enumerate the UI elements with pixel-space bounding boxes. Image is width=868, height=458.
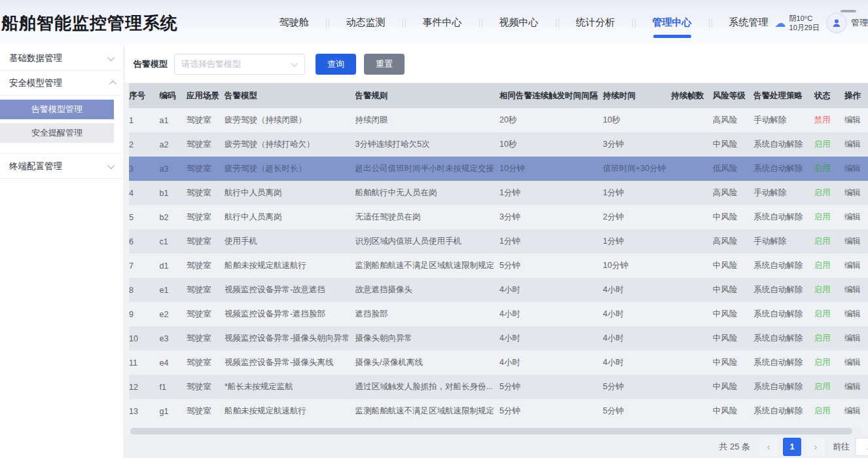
nav-item-cockpit[interactable]: 驾驶舱 xyxy=(280,16,309,30)
sidebar-group-security-model-management[interactable]: 安全模型管理 xyxy=(0,71,124,96)
edit-link[interactable]: 编辑 xyxy=(844,309,861,318)
horizontal-scrollbar-thumb[interactable] xyxy=(130,428,852,434)
cell-interval: 4小时 xyxy=(499,326,603,351)
cell-action: 编辑 xyxy=(844,205,868,229)
edit-link[interactable]: 编辑 xyxy=(844,188,861,197)
edit-link[interactable]: 编辑 xyxy=(844,334,861,343)
goto-page-input[interactable] xyxy=(855,438,868,456)
edit-link[interactable]: 编辑 xyxy=(844,115,861,124)
nav-item-statistics[interactable]: 统计分析 xyxy=(576,16,615,30)
cell-action: 编辑 xyxy=(844,229,868,254)
column-header: 序号 xyxy=(129,83,159,108)
cell-frames xyxy=(671,254,712,278)
nav-item-dynamic-monitoring[interactable]: 动态监测 xyxy=(346,16,386,30)
table-row[interactable]: 13g1驾驶室船舶未按规定航速航行监测船舶航速不满足区域航速限制规定5分钟5分钟… xyxy=(129,399,868,423)
cell-model: 视频监控设备异常-遮挡脸部 xyxy=(225,302,355,326)
user-avatar[interactable] xyxy=(826,12,847,33)
table-row[interactable]: 12f1驾驶室*船长未按规定监航通过区域触发人脸抓拍，对船长身份...5分钟5分… xyxy=(129,375,868,399)
search-button[interactable]: 查询 xyxy=(316,54,356,75)
cell-interval: 4小时 xyxy=(499,351,603,375)
cell-no: 2 xyxy=(129,132,159,157)
prev-page-button[interactable]: ‹ xyxy=(759,438,778,456)
table-row[interactable]: 6c1驾驶室使用手机识别区域内值班人员使用手机1分钟1分钟高风险手动解除启用编辑 xyxy=(129,229,868,254)
weather-widget: ☁ 阴10°C 10月29日 xyxy=(775,14,820,33)
cell-scene: 驾驶室 xyxy=(187,351,225,375)
edit-link[interactable]: 编辑 xyxy=(844,382,861,391)
table-row[interactable]: 1a1驾驶室疲劳驾驶（持续闭眼）持续闭眼20秒10秒高风险手动解除禁用编辑 xyxy=(129,108,868,132)
status-badge: 启用 xyxy=(814,399,844,423)
cell-model: 视频监控设备异常-故意遮挡 xyxy=(225,278,355,302)
cell-interval: 5分钟 xyxy=(499,399,603,423)
alarm-model-select[interactable]: 请选择告警模型 xyxy=(174,54,305,75)
table-row[interactable]: 2a2驾驶室疲劳驾驶（持续打哈欠）3分钟连续打哈欠5次10秒3分钟中风险系统自动… xyxy=(129,132,868,157)
table-row[interactable]: 9e2驾驶室视频监控设备异常-遮挡脸部遮挡脸部4小时4小时中风险系统自动解除启用… xyxy=(129,302,868,326)
alarm-model-select-placeholder: 请选择告警模型 xyxy=(181,58,241,70)
cell-frames xyxy=(671,108,712,132)
edit-link[interactable]: 编辑 xyxy=(844,285,861,294)
cell-strategy: 系统自动解除 xyxy=(753,326,814,351)
cell-risk: 中风险 xyxy=(713,399,754,423)
user-name[interactable]: 管理 xyxy=(851,17,868,29)
sidebar-item-safety-reminder-management[interactable]: 安全提醒管理 xyxy=(0,123,114,143)
nav-item-video-center[interactable]: 视频中心 xyxy=(499,16,539,30)
next-page-button[interactable]: › xyxy=(806,438,825,456)
cell-risk: 低风险 xyxy=(713,157,754,181)
page-1-button[interactable]: 1 xyxy=(783,438,801,456)
cell-no: 1 xyxy=(129,108,159,132)
column-header: 相同告警连续触发时间间隔 xyxy=(499,83,603,108)
cell-frames xyxy=(671,375,712,399)
table-row[interactable]: 3a3驾驶室疲劳驾驶（超长时长）超出公司值班时间半小时未按规定交接10分钟值班时… xyxy=(129,157,868,181)
nav-separator xyxy=(326,19,329,28)
reset-button[interactable]: 重置 xyxy=(364,54,405,75)
cell-risk: 中风险 xyxy=(713,278,754,302)
cell-strategy: 系统自动解除 xyxy=(753,132,814,157)
edit-link[interactable]: 编辑 xyxy=(844,140,861,149)
nav-item-event-center[interactable]: 事件中心 xyxy=(423,16,462,30)
table-row[interactable]: 5b2驾驶室航行中人员离岗无适任驾驶员在岗3分钟2分钟中风险系统自动解除启用编辑 xyxy=(129,205,868,229)
cell-risk: 中风险 xyxy=(713,351,754,375)
cell-duration: 4小时 xyxy=(603,326,671,351)
sidebar-item-alarm-model-management[interactable]: 告警模型管理 xyxy=(0,100,114,119)
cell-strategy: 系统自动解除 xyxy=(753,278,814,302)
table-row[interactable]: 7d1驾驶室船舶未按规定航速航行监测船舶航速不满足区域航速限制规定5分钟10分钟… xyxy=(129,254,868,278)
chevron-up-icon xyxy=(109,80,117,87)
cell-no: 10 xyxy=(129,326,159,351)
table-row[interactable]: 11e4驾驶室视频监控设备异常-摄像头离线摄像头/录像机离线4小时4小时中风险系… xyxy=(129,351,868,375)
sidebar-group-label: 基础数据管理 xyxy=(9,52,62,64)
nav-item-management-center[interactable]: 管理中心 xyxy=(653,16,692,30)
cell-risk: 中风险 xyxy=(713,205,754,229)
status-badge: 禁用 xyxy=(814,108,844,132)
cell-action: 编辑 xyxy=(844,375,868,399)
edit-link[interactable]: 编辑 xyxy=(844,164,861,173)
cell-interval: 3分钟 xyxy=(499,205,603,229)
sidebar-group-terminal-config-management[interactable]: 终端配置管理 xyxy=(0,154,124,179)
cell-action: 编辑 xyxy=(844,181,868,205)
sidebar-group-label: 安全模型管理 xyxy=(9,77,62,89)
edit-link[interactable]: 编辑 xyxy=(844,358,861,367)
edit-link[interactable]: 编辑 xyxy=(844,261,861,270)
cell-rule: 监测船舶航速不满足区域航速限制规定 xyxy=(355,254,500,278)
goto-label: 前往 xyxy=(833,441,850,453)
cell-duration: 3分钟 xyxy=(603,132,671,157)
status-badge: 启用 xyxy=(814,326,844,351)
cell-rule: 3分钟连续打哈欠5次 xyxy=(355,132,500,157)
table-row[interactable]: 8e1驾驶室视频监控设备异常-故意遮挡故意遮挡摄像头4小时4小时中风险系统自动解… xyxy=(129,278,868,302)
cell-strategy: 系统自动解除 xyxy=(753,375,814,399)
edit-link[interactable]: 编辑 xyxy=(844,237,861,246)
horizontal-scrollbar-track[interactable] xyxy=(129,427,863,435)
nav-item-system-management[interactable]: 系统管理 xyxy=(729,16,769,30)
cell-scene: 驾驶室 xyxy=(187,278,225,302)
column-header: 持续时间 xyxy=(603,83,671,108)
edit-link[interactable]: 编辑 xyxy=(844,406,861,415)
cell-frames xyxy=(671,302,712,326)
cell-model: 航行中人员离岗 xyxy=(225,205,355,229)
cell-action: 编辑 xyxy=(844,302,868,326)
cell-frames xyxy=(671,205,712,229)
table-header: 序号编码应用场景告警模型告警规则相同告警连续触发时间间隔持续时间持续帧数风险等级… xyxy=(129,83,868,108)
weather-date: 10月29日 xyxy=(789,23,820,32)
table-row[interactable]: 10e3驾驶室视频监控设备异常-摄像头朝向异常摄像头朝向异常4小时4小时中风险系… xyxy=(129,326,868,351)
sidebar: 基础数据管理安全模型管理告警模型管理安全提醒管理终端配置管理 xyxy=(0,46,124,458)
sidebar-group-basic-data-management[interactable]: 基础数据管理 xyxy=(0,46,124,71)
edit-link[interactable]: 编辑 xyxy=(844,212,861,221)
table-row[interactable]: 4b1驾驶室航行中人员离岗船舶航行中无人员在岗1分钟1分钟高风险手动解除启用编辑 xyxy=(129,181,868,205)
